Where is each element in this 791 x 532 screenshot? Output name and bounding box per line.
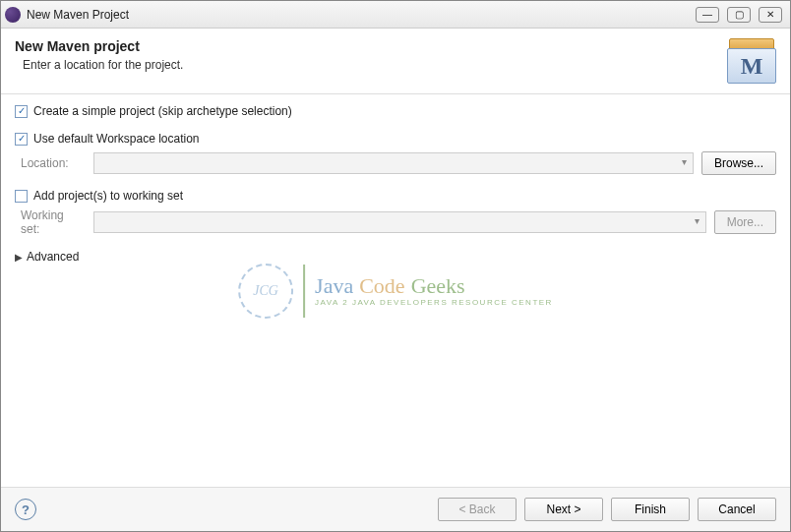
- minimize-button[interactable]: —: [696, 7, 719, 23]
- working-set-row: Working set: More...: [15, 208, 776, 236]
- titlebar: New Maven Project — ▢ ✕: [1, 1, 790, 29]
- watermark-badge: JCG: [238, 264, 293, 319]
- maximize-button[interactable]: ▢: [727, 7, 751, 23]
- maven-icon: M: [727, 38, 776, 84]
- advanced-label: Advanced: [27, 250, 79, 264]
- working-set-chk-row: Add project(s) to working set: [15, 189, 776, 203]
- close-button[interactable]: ✕: [759, 7, 782, 23]
- working-set-checkbox[interactable]: [15, 190, 28, 203]
- cancel-button[interactable]: Cancel: [698, 498, 776, 521]
- eclipse-icon: [5, 7, 21, 23]
- next-button[interactable]: Next >: [524, 498, 603, 521]
- help-icon[interactable]: ?: [15, 499, 36, 520]
- location-label: Location:: [15, 156, 86, 170]
- more-button: More...: [714, 210, 776, 234]
- finish-button[interactable]: Finish: [611, 498, 690, 521]
- watermark: JCG Java Code Geeks Java 2 Java Develope…: [238, 264, 553, 319]
- wizard-content: Create a simple project (skip archetype …: [1, 94, 790, 487]
- window-title: New Maven Project: [27, 8, 696, 22]
- working-set-label: Working set:: [15, 208, 86, 236]
- default-workspace-row: Use default Workspace location: [15, 132, 776, 146]
- back-button: < Back: [438, 498, 517, 521]
- default-workspace-checkbox[interactable]: [15, 133, 28, 146]
- default-workspace-label: Use default Workspace location: [33, 132, 200, 146]
- button-bar: ? < Back Next > Finish Cancel: [1, 487, 790, 531]
- wizard-subtitle: Enter a location for the project.: [15, 58, 719, 72]
- location-combo[interactable]: [93, 152, 694, 174]
- simple-project-label: Create a simple project (skip archetype …: [33, 104, 292, 118]
- wizard-title: New Maven project: [15, 38, 719, 54]
- new-maven-project-dialog: New Maven Project — ▢ ✕ New Maven projec…: [0, 0, 791, 532]
- location-row: Location: Browse...: [15, 151, 776, 175]
- simple-project-row: Create a simple project (skip archetype …: [15, 104, 776, 118]
- working-set-chk-label: Add project(s) to working set: [33, 189, 183, 203]
- chevron-right-icon: ▶: [15, 252, 23, 263]
- advanced-expander[interactable]: ▶ Advanced: [15, 250, 776, 264]
- wizard-header: New Maven project Enter a location for t…: [1, 29, 790, 94]
- browse-button[interactable]: Browse...: [701, 151, 776, 175]
- simple-project-checkbox[interactable]: [15, 105, 28, 118]
- working-set-combo: [93, 211, 706, 233]
- titlebar-controls: — ▢ ✕: [696, 7, 786, 23]
